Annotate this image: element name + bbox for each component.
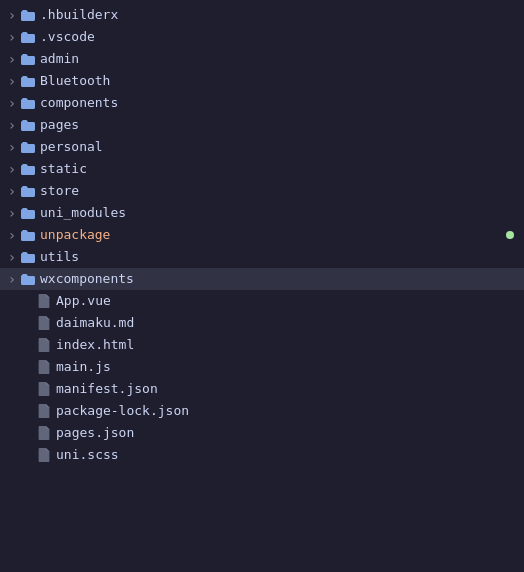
chevron-icon-wxcomponents [4, 271, 20, 287]
folder-label-store: store [40, 180, 79, 202]
file-icon-main-js [36, 359, 52, 375]
file-tree: .hbuilderx .vscode admin Bluetooth compo… [0, 0, 524, 470]
folder-icon-personal [20, 139, 36, 155]
folder-label-utils: utils [40, 246, 79, 268]
file-label-package-lock-json: package-lock.json [56, 400, 189, 422]
folder-label-unpackage: unpackage [40, 224, 110, 246]
folder-icon-static [20, 161, 36, 177]
chevron-icon-static [4, 161, 20, 177]
folder-item-hbuilderx[interactable]: .hbuilderx [0, 4, 524, 26]
folder-icon-vscode [20, 29, 36, 45]
file-item-manifest-json[interactable]: manifest.json [0, 378, 524, 400]
folder-item-wxcomponents[interactable]: wxcomponents [0, 268, 524, 290]
folder-item-bluetooth[interactable]: Bluetooth [0, 70, 524, 92]
folder-item-personal[interactable]: personal [0, 136, 524, 158]
folder-icon-components [20, 95, 36, 111]
file-item-app-vue[interactable]: App.vue [0, 290, 524, 312]
file-item-daimaku-md[interactable]: daimaku.md [0, 312, 524, 334]
file-label-manifest-json: manifest.json [56, 378, 158, 400]
chevron-icon-personal [4, 139, 20, 155]
folder-item-utils[interactable]: utils [0, 246, 524, 268]
chevron-icon-components [4, 95, 20, 111]
folder-label-components: components [40, 92, 118, 114]
folder-icon-utils [20, 249, 36, 265]
folder-label-hbuilderx: .hbuilderx [40, 4, 118, 26]
file-label-main-js: main.js [56, 356, 111, 378]
chevron-icon-bluetooth [4, 73, 20, 89]
folder-item-admin[interactable]: admin [0, 48, 524, 70]
folder-icon-store [20, 183, 36, 199]
folder-label-vscode: .vscode [40, 26, 95, 48]
folder-icon-hbuilderx [20, 7, 36, 23]
chevron-icon-admin [4, 51, 20, 67]
chevron-icon-store [4, 183, 20, 199]
folder-item-store[interactable]: store [0, 180, 524, 202]
folder-icon-admin [20, 51, 36, 67]
file-icon-manifest-json [36, 381, 52, 397]
folder-icon-bluetooth [20, 73, 36, 89]
chevron-icon-vscode [4, 29, 20, 45]
folder-item-static[interactable]: static [0, 158, 524, 180]
folder-label-uni_modules: uni_modules [40, 202, 126, 224]
file-item-main-js[interactable]: main.js [0, 356, 524, 378]
folder-icon-wxcomponents [20, 271, 36, 287]
folder-item-uni_modules[interactable]: uni_modules [0, 202, 524, 224]
folder-label-wxcomponents: wxcomponents [40, 268, 134, 290]
chevron-icon-pages [4, 117, 20, 133]
file-label-pages-json: pages.json [56, 422, 134, 444]
file-item-package-lock-json[interactable]: package-lock.json [0, 400, 524, 422]
file-label-daimaku-md: daimaku.md [56, 312, 134, 334]
file-icon-package-lock-json [36, 403, 52, 419]
folder-item-unpackage[interactable]: unpackage [0, 224, 524, 246]
file-label-uni-scss: uni.scss [56, 444, 119, 466]
chevron-icon-unpackage [4, 227, 20, 243]
folder-item-components[interactable]: components [0, 92, 524, 114]
chevron-icon-uni_modules [4, 205, 20, 221]
file-icon-pages-json [36, 425, 52, 441]
file-label-index-html: index.html [56, 334, 134, 356]
file-item-uni-scss[interactable]: uni.scss [0, 444, 524, 466]
file-icon-index-html [36, 337, 52, 353]
folder-item-vscode[interactable]: .vscode [0, 26, 524, 48]
file-icon-app-vue [36, 293, 52, 309]
folder-label-pages: pages [40, 114, 79, 136]
folder-icon-pages [20, 117, 36, 133]
file-label-app-vue: App.vue [56, 290, 111, 312]
folder-item-pages[interactable]: pages [0, 114, 524, 136]
folder-icon-unpackage [20, 227, 36, 243]
folder-label-bluetooth: Bluetooth [40, 70, 110, 92]
file-icon-uni-scss [36, 447, 52, 463]
folder-label-static: static [40, 158, 87, 180]
file-item-index-html[interactable]: index.html [0, 334, 524, 356]
folder-label-admin: admin [40, 48, 79, 70]
file-item-pages-json[interactable]: pages.json [0, 422, 524, 444]
chevron-icon-utils [4, 249, 20, 265]
folder-icon-uni_modules [20, 205, 36, 221]
file-icon-daimaku-md [36, 315, 52, 331]
chevron-icon-hbuilderx [4, 7, 20, 23]
folder-label-personal: personal [40, 136, 103, 158]
